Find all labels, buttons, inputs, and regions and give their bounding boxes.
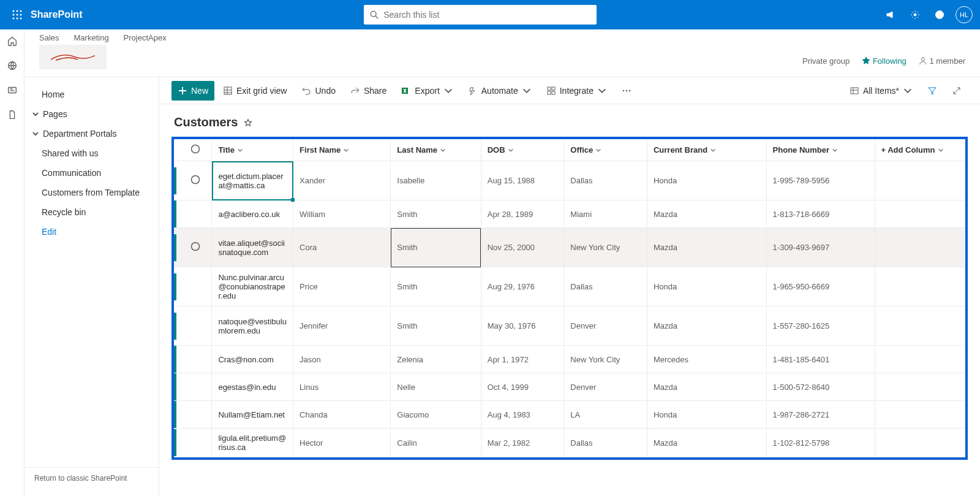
cell-phone[interactable]: 1-987-286-2721 — [766, 401, 875, 429]
cell-title[interactable]: ligula.elit.pretium@risus.ca — [212, 429, 293, 457]
nav-pages[interactable]: Pages — [24, 104, 159, 124]
cell-first[interactable]: Hector — [293, 429, 391, 457]
cell-first[interactable]: Jennifer — [293, 307, 391, 346]
select-all-checkbox[interactable] — [179, 139, 212, 161]
nav-recycle[interactable]: Recycle bin — [24, 202, 159, 222]
data-grid[interactable]: Title First Name Last Name DOB Office Cu… — [172, 137, 968, 460]
table-row[interactable]: Cras@non.comJasonZeleniaApr 1, 1972New Y… — [174, 346, 965, 373]
cell-last[interactable]: Smith — [391, 200, 481, 228]
row-checkbox[interactable] — [179, 373, 212, 401]
cell-add[interactable] — [875, 373, 965, 401]
cell-brand[interactable]: Mazda — [647, 307, 766, 346]
cell-phone[interactable]: 1-557-280-1625 — [766, 307, 875, 346]
table-row[interactable]: natoque@vestibulumlorem.eduJenniferSmith… — [174, 307, 965, 346]
favorite-star-icon[interactable] — [244, 118, 252, 127]
cell-dob[interactable]: Aug 29, 1976 — [481, 267, 564, 307]
cell-dob[interactable]: Aug 15, 1988 — [481, 161, 564, 200]
integrate-button[interactable]: Integrate — [540, 81, 613, 101]
cell-dob[interactable]: Apr 28, 1989 — [481, 200, 564, 228]
cell-first[interactable]: Jason — [293, 346, 391, 373]
search-input[interactable] — [383, 10, 590, 20]
home-icon[interactable] — [7, 36, 18, 47]
col-title[interactable]: Title — [212, 139, 293, 161]
site-logo[interactable] — [39, 45, 107, 69]
cell-office[interactable]: Dallas — [564, 267, 647, 307]
cell-phone[interactable]: 1-995-789-5956 — [766, 161, 875, 200]
cell-brand[interactable]: Mazda — [647, 429, 766, 457]
more-button[interactable] — [616, 81, 638, 101]
cell-title[interactable]: Cras@non.com — [212, 346, 293, 373]
nav-home[interactable]: Home — [24, 85, 159, 104]
col-office[interactable]: Office — [564, 139, 647, 161]
cell-first[interactable]: Price — [293, 267, 391, 307]
cell-phone[interactable]: 1-965-950-6669 — [766, 267, 875, 307]
settings-icon[interactable] — [903, 2, 927, 27]
cell-title[interactable]: eget.dictum.placerat@mattis.ca — [212, 161, 293, 200]
cell-title[interactable]: a@aclibero.co.uk — [212, 200, 293, 228]
table-row[interactable]: vitae.aliquet@sociisnatoque.comCoraSmith… — [174, 228, 965, 267]
cell-add[interactable] — [875, 228, 965, 267]
table-row[interactable]: Nullam@Etiam.netChandaGiacomoAug 4, 1983… — [174, 401, 965, 429]
cell-office[interactable]: Denver — [564, 307, 647, 346]
cell-office[interactable]: LA — [564, 401, 647, 429]
cell-dob[interactable]: Nov 25, 2000 — [481, 228, 564, 267]
cell-last[interactable]: Smith — [391, 307, 481, 346]
search-box[interactable] — [364, 5, 597, 25]
cell-brand[interactable]: Honda — [647, 401, 766, 429]
cell-office[interactable]: New York City — [564, 228, 647, 267]
cell-add[interactable] — [875, 267, 965, 307]
cell-title[interactable]: egestas@in.edu — [212, 373, 293, 401]
cell-phone[interactable]: 1-102-812-5798 — [766, 429, 875, 457]
share-button[interactable]: Share — [344, 81, 393, 101]
cell-brand[interactable]: Mazda — [647, 373, 766, 401]
row-checkbox[interactable] — [179, 228, 212, 267]
table-row[interactable]: eget.dictum.placerat@mattis.caXanderIsab… — [174, 161, 965, 200]
row-checkbox[interactable] — [179, 346, 212, 373]
cell-title[interactable]: Nunc.pulvinar.arcu@conubianostraper.edu — [212, 267, 293, 307]
cell-last[interactable]: Smith — [391, 267, 481, 307]
cell-phone[interactable]: 1-481-185-6401 — [766, 346, 875, 373]
filter-button[interactable] — [921, 81, 943, 101]
automate-button[interactable]: Automate — [462, 81, 538, 101]
col-brand[interactable]: Current Brand — [647, 139, 766, 161]
cell-office[interactable]: Denver — [564, 373, 647, 401]
col-dob[interactable]: DOB — [481, 139, 564, 161]
cell-add[interactable] — [875, 429, 965, 457]
cell-add[interactable] — [875, 401, 965, 429]
expand-button[interactable] — [946, 81, 968, 101]
cell-first[interactable]: Linus — [293, 373, 391, 401]
nav-shared[interactable]: Shared with us — [24, 143, 159, 163]
table-row[interactable]: Nunc.pulvinar.arcu@conubianostraper.eduP… — [174, 267, 965, 307]
new-button[interactable]: New — [172, 81, 214, 101]
news-icon[interactable] — [7, 85, 18, 96]
cell-last[interactable]: Cailin — [391, 429, 481, 457]
following-button[interactable]: Following — [862, 56, 907, 66]
row-checkbox[interactable] — [179, 307, 212, 346]
col-last[interactable]: Last Name — [391, 139, 481, 161]
cell-last[interactable]: Giacomo — [391, 401, 481, 429]
cell-brand[interactable]: Mercedes — [647, 346, 766, 373]
cell-title[interactable]: vitae.aliquet@sociisnatoque.com — [212, 228, 293, 267]
nav-communication[interactable]: Communication — [24, 163, 159, 183]
cell-office[interactable]: New York City — [564, 346, 647, 373]
globe-icon[interactable] — [7, 60, 18, 71]
cell-first[interactable]: Cora — [293, 228, 391, 267]
view-selector[interactable]: All Items* — [843, 81, 919, 101]
col-first[interactable]: First Name — [293, 139, 391, 161]
cell-add[interactable] — [875, 161, 965, 200]
nav-customers-template[interactable]: Customers from Template — [24, 183, 159, 202]
nav-edit[interactable]: Edit — [24, 222, 159, 242]
export-button[interactable]: Export — [395, 81, 459, 101]
cell-first[interactable]: William — [293, 200, 391, 228]
cell-add[interactable] — [875, 307, 965, 346]
cell-last[interactable]: Isabelle — [391, 161, 481, 200]
cell-first[interactable]: Chanda — [293, 401, 391, 429]
files-icon[interactable] — [7, 109, 18, 120]
table-row[interactable]: egestas@in.eduLinusNelleOct 4, 1999Denve… — [174, 373, 965, 401]
cell-dob[interactable]: Oct 4, 1999 — [481, 373, 564, 401]
cell-first[interactable]: Xander — [293, 161, 391, 200]
help-icon[interactable] — [927, 2, 952, 27]
user-avatar[interactable]: HL — [956, 6, 973, 23]
exit-grid-button[interactable]: Exit grid view — [217, 81, 293, 101]
row-checkbox[interactable] — [179, 429, 212, 457]
